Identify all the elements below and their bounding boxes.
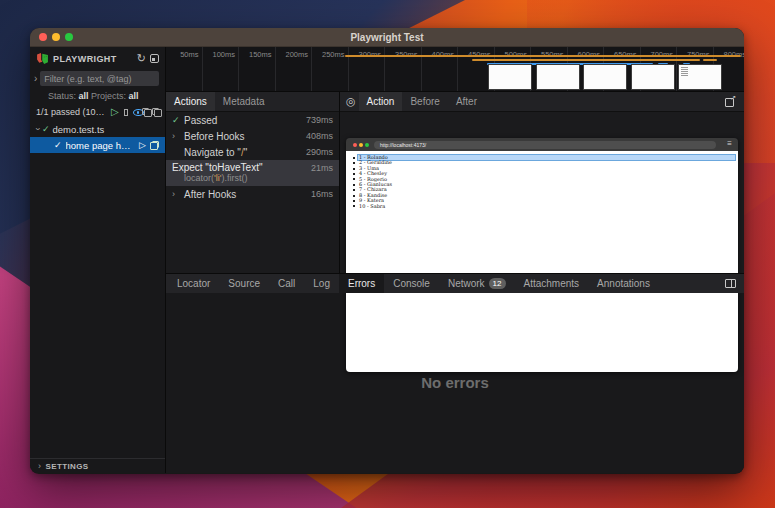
window-title: Playwright Test	[30, 32, 744, 43]
close-button[interactable]	[39, 33, 47, 41]
timeline-tick: 350ms	[385, 47, 422, 91]
thumbnail-content	[681, 67, 688, 76]
zoom-button[interactable]	[65, 33, 73, 41]
pass-summary: 1/1 passed (100%)	[36, 107, 106, 117]
tab-log[interactable]: Log	[304, 274, 339, 293]
run-all-icon[interactable]: ▷	[111, 107, 119, 117]
filmstrip-thumbnail[interactable]	[678, 64, 722, 90]
action-label: Passed	[184, 115, 217, 126]
timeline-network-bar	[345, 55, 741, 57]
tab-call[interactable]: Call	[269, 274, 304, 293]
action-label: Before Hooks	[184, 131, 245, 142]
actions-tab-bar: Actions Metadata	[166, 92, 339, 112]
action-row-before-hooks[interactable]: › Before Hooks 408ms	[166, 128, 339, 144]
sidebar-header: PLAYWRIGHT ↻	[30, 49, 165, 68]
status-label: Status:	[48, 91, 76, 101]
desktop-wallpaper: Playwright Test PLAYWRIGHT ↻ ›	[0, 0, 775, 508]
snapshot-tab-bar: ◎ Action Before After	[340, 92, 744, 112]
action-row-expect-selected[interactable]: Expect "toHaveText" 21ms locator('li').f…	[166, 160, 339, 186]
filmstrip-thumbnail[interactable]	[583, 64, 627, 90]
window-titlebar[interactable]: Playwright Test	[30, 28, 744, 47]
stop-icon[interactable]	[124, 109, 129, 116]
timeline-network-bar	[472, 59, 700, 61]
tab-before[interactable]: Before	[402, 92, 447, 111]
filmstrip-thumbnail[interactable]	[488, 64, 532, 90]
action-duration: 739ms	[302, 115, 333, 125]
test-file-name: demo.test.ts	[53, 124, 105, 135]
filter-row: ›	[30, 69, 165, 88]
toggle-panel-columns-icon[interactable]	[725, 279, 736, 288]
test-case-row-selected[interactable]: ✓ home page has the… ▷	[30, 137, 165, 153]
settings-section[interactable]: › SETTINGS	[30, 458, 165, 473]
chevron-right-icon[interactable]: ›	[172, 189, 184, 199]
timeline-strip[interactable]: 50ms 100ms 150ms 200ms 250ms 300ms 350ms…	[166, 47, 744, 92]
action-duration: 21ms	[307, 163, 333, 173]
pass-check-icon: ✓	[172, 115, 184, 125]
filter-status-line[interactable]: Status: all Projects: all	[30, 88, 165, 103]
snapshot-viewport: http://localhost:4173/ ≡ 1 - Rolando 2 -…	[340, 112, 744, 273]
snapshot-panel: ◎ Action Before After	[340, 92, 744, 273]
chevron-right-icon[interactable]: ›	[172, 131, 184, 141]
tab-after[interactable]: After	[448, 92, 485, 111]
snapshot-browser-frame: http://localhost:4173/ ≡ 1 - Rolando 2 -…	[346, 138, 738, 372]
traffic-lights	[39, 33, 73, 41]
run-test-icon[interactable]: ▷	[139, 140, 146, 150]
projects-value[interactable]: all	[129, 91, 139, 101]
browser-close-dot	[353, 143, 357, 147]
tab-errors[interactable]: Errors	[339, 274, 384, 293]
copy-icon[interactable]	[150, 141, 159, 150]
hamburger-menu-icon[interactable]: ≡	[727, 140, 732, 148]
tab-attachments[interactable]: Attachments	[515, 274, 589, 293]
action-row-after-hooks[interactable]: › After Hooks 16ms	[166, 186, 339, 202]
browser-minimize-dot	[359, 143, 363, 147]
tab-action[interactable]: Action	[359, 92, 403, 111]
tab-metadata[interactable]: Metadata	[215, 92, 273, 111]
watch-all-eye-icon[interactable]	[133, 107, 139, 117]
test-file-row[interactable]: › ✓ demo.test.ts	[30, 121, 165, 137]
action-row-navigate[interactable]: Navigate to "/" 290ms	[166, 144, 339, 160]
tab-network[interactable]: Network12	[439, 274, 515, 293]
sidebar: PLAYWRIGHT ↻ › Status: all Projects: all…	[30, 47, 166, 473]
chevron-right-icon[interactable]: ›	[34, 74, 37, 84]
minimize-button[interactable]	[52, 33, 60, 41]
chevron-right-icon: ›	[38, 461, 41, 471]
projects-label: Projects:	[91, 91, 126, 101]
reload-icon[interactable]: ↻	[137, 53, 146, 64]
timeline-tick: 250ms	[312, 47, 349, 91]
list-item[interactable]: 10 - Sabra	[353, 204, 735, 209]
timeline-network-bar	[703, 59, 717, 61]
pass-check-icon: ✓	[54, 140, 62, 150]
open-snapshot-external-icon[interactable]	[725, 97, 735, 107]
settings-label: SETTINGS	[45, 462, 88, 471]
test-case-name: home page has the…	[66, 140, 136, 151]
timeline-tick: 300ms	[349, 47, 386, 91]
action-duration: 408ms	[302, 131, 333, 141]
chevron-down-icon[interactable]: ›	[33, 128, 43, 131]
status-value[interactable]: all	[79, 91, 89, 101]
main-area: 50ms 100ms 150ms 200ms 250ms 300ms 350ms…	[166, 47, 744, 473]
filmstrip-thumbnail[interactable]	[536, 64, 580, 90]
timeline-tick: 400ms	[422, 47, 459, 91]
tab-source[interactable]: Source	[219, 274, 269, 293]
tab-annotations[interactable]: Annotations	[588, 274, 659, 293]
empty-state-message: No errors	[421, 374, 489, 391]
bottom-tab-bar: Locator Source Call Log Errors Console N…	[166, 273, 744, 293]
multi-window-icon[interactable]	[154, 108, 159, 117]
filmstrip-thumbnail[interactable]	[631, 64, 675, 90]
tab-console[interactable]: Console	[384, 274, 439, 293]
snapshot-browser-chrome: http://localhost:4173/ ≡	[346, 138, 738, 151]
sidebar-empty-area	[30, 153, 165, 458]
tab-actions[interactable]: Actions	[166, 92, 215, 111]
filter-input[interactable]	[40, 71, 159, 86]
snapshot-url-bar: http://localhost:4173/	[374, 141, 716, 149]
test-toolbar: 1/1 passed (100%) ▷	[30, 103, 165, 121]
tab-locator[interactable]: Locator	[168, 274, 219, 293]
copy-icon[interactable]	[144, 108, 149, 117]
action-row-passed[interactable]: ✓ Passed 739ms	[166, 112, 339, 128]
network-count-badge: 12	[489, 278, 506, 289]
playwright-test-window: Playwright Test PLAYWRIGHT ↻ ›	[30, 28, 744, 474]
pick-locator-icon[interactable]: ◎	[346, 95, 356, 108]
action-duration: 290ms	[302, 147, 333, 157]
timeline-tick: 150ms	[239, 47, 276, 91]
terminal-icon[interactable]	[150, 54, 159, 63]
